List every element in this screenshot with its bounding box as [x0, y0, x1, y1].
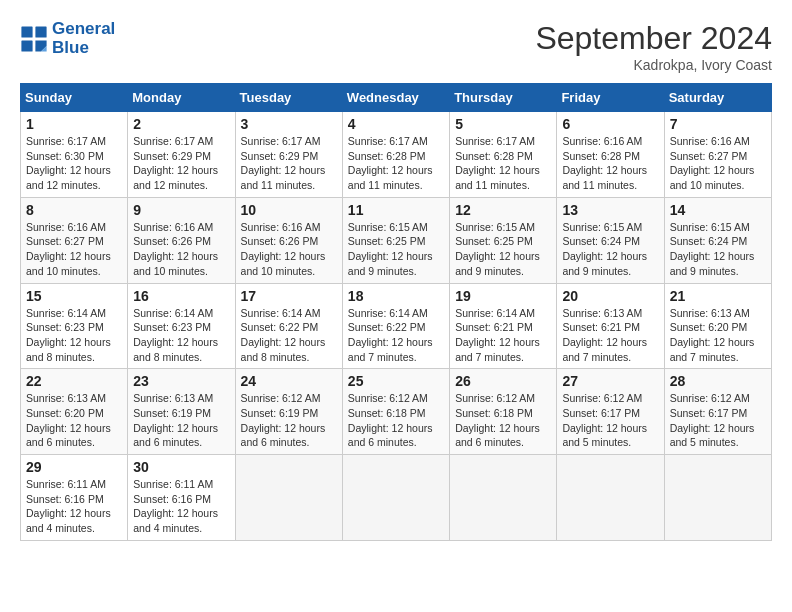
calendar-cell [342, 455, 449, 541]
calendar-cell [664, 455, 771, 541]
svg-rect-2 [21, 40, 32, 51]
sunrise-label: Sunrise: 6:11 AM [133, 478, 213, 490]
calendar-cell: 7 Sunrise: 6:16 AM Sunset: 6:27 PM Dayli… [664, 112, 771, 198]
sunset-label: Sunset: 6:26 PM [133, 235, 211, 247]
calendar-cell: 12 Sunrise: 6:15 AM Sunset: 6:25 PM Dayl… [450, 197, 557, 283]
sunrise-label: Sunrise: 6:16 AM [26, 221, 106, 233]
sunset-label: Sunset: 6:24 PM [670, 235, 748, 247]
sunrise-label: Sunrise: 6:12 AM [455, 392, 535, 404]
sunrise-label: Sunrise: 6:16 AM [670, 135, 750, 147]
sunset-label: Sunset: 6:19 PM [241, 407, 319, 419]
day-info: Sunrise: 6:15 AM Sunset: 6:25 PM Dayligh… [455, 220, 551, 279]
week-row-3: 15 Sunrise: 6:14 AM Sunset: 6:23 PM Dayl… [21, 283, 772, 369]
day-number: 29 [26, 459, 122, 475]
calendar-cell: 14 Sunrise: 6:15 AM Sunset: 6:24 PM Dayl… [664, 197, 771, 283]
sunrise-label: Sunrise: 6:15 AM [562, 221, 642, 233]
sunrise-label: Sunrise: 6:12 AM [241, 392, 321, 404]
header-friday: Friday [557, 84, 664, 112]
day-info: Sunrise: 6:12 AM Sunset: 6:18 PM Dayligh… [348, 391, 444, 450]
day-info: Sunrise: 6:14 AM Sunset: 6:23 PM Dayligh… [26, 306, 122, 365]
header-saturday: Saturday [664, 84, 771, 112]
sunrise-label: Sunrise: 6:17 AM [241, 135, 321, 147]
sunrise-label: Sunrise: 6:12 AM [348, 392, 428, 404]
calendar-cell: 25 Sunrise: 6:12 AM Sunset: 6:18 PM Dayl… [342, 369, 449, 455]
daylight-label: Daylight: 12 hours and 7 minutes. [562, 336, 647, 363]
daylight-label: Daylight: 12 hours and 9 minutes. [562, 250, 647, 277]
sunset-label: Sunset: 6:18 PM [348, 407, 426, 419]
sunset-label: Sunset: 6:22 PM [241, 321, 319, 333]
daylight-label: Daylight: 12 hours and 12 minutes. [26, 164, 111, 191]
calendar-cell [235, 455, 342, 541]
calendar-title: September 2024 [535, 20, 772, 57]
day-number: 27 [562, 373, 658, 389]
calendar-cell: 9 Sunrise: 6:16 AM Sunset: 6:26 PM Dayli… [128, 197, 235, 283]
day-number: 10 [241, 202, 337, 218]
daylight-label: Daylight: 12 hours and 6 minutes. [26, 422, 111, 449]
sunrise-label: Sunrise: 6:16 AM [133, 221, 213, 233]
logo-text-line2: Blue [52, 39, 115, 58]
day-info: Sunrise: 6:12 AM Sunset: 6:19 PM Dayligh… [241, 391, 337, 450]
sunset-label: Sunset: 6:26 PM [241, 235, 319, 247]
day-info: Sunrise: 6:16 AM Sunset: 6:26 PM Dayligh… [133, 220, 229, 279]
day-info: Sunrise: 6:17 AM Sunset: 6:28 PM Dayligh… [348, 134, 444, 193]
daylight-label: Daylight: 12 hours and 9 minutes. [455, 250, 540, 277]
daylight-label: Daylight: 12 hours and 9 minutes. [348, 250, 433, 277]
day-number: 19 [455, 288, 551, 304]
day-info: Sunrise: 6:14 AM Sunset: 6:22 PM Dayligh… [348, 306, 444, 365]
daylight-label: Daylight: 12 hours and 7 minutes. [348, 336, 433, 363]
day-info: Sunrise: 6:11 AM Sunset: 6:16 PM Dayligh… [26, 477, 122, 536]
day-number: 11 [348, 202, 444, 218]
svg-rect-0 [21, 26, 32, 37]
day-info: Sunrise: 6:16 AM Sunset: 6:26 PM Dayligh… [241, 220, 337, 279]
daylight-label: Daylight: 12 hours and 12 minutes. [133, 164, 218, 191]
sunset-label: Sunset: 6:16 PM [26, 493, 104, 505]
daylight-label: Daylight: 12 hours and 11 minutes. [562, 164, 647, 191]
day-info: Sunrise: 6:15 AM Sunset: 6:25 PM Dayligh… [348, 220, 444, 279]
calendar-cell: 10 Sunrise: 6:16 AM Sunset: 6:26 PM Dayl… [235, 197, 342, 283]
daylight-label: Daylight: 12 hours and 8 minutes. [241, 336, 326, 363]
daylight-label: Daylight: 12 hours and 7 minutes. [455, 336, 540, 363]
day-info: Sunrise: 6:14 AM Sunset: 6:22 PM Dayligh… [241, 306, 337, 365]
logo: General Blue [20, 20, 115, 57]
sunrise-label: Sunrise: 6:11 AM [26, 478, 106, 490]
daylight-label: Daylight: 12 hours and 10 minutes. [241, 250, 326, 277]
daylight-label: Daylight: 12 hours and 6 minutes. [241, 422, 326, 449]
day-number: 15 [26, 288, 122, 304]
day-number: 28 [670, 373, 766, 389]
sunset-label: Sunset: 6:28 PM [455, 150, 533, 162]
sunrise-label: Sunrise: 6:17 AM [133, 135, 213, 147]
calendar-body: 1 Sunrise: 6:17 AM Sunset: 6:30 PM Dayli… [21, 112, 772, 541]
daylight-label: Daylight: 12 hours and 5 minutes. [562, 422, 647, 449]
sunset-label: Sunset: 6:17 PM [562, 407, 640, 419]
sunrise-label: Sunrise: 6:16 AM [241, 221, 321, 233]
day-info: Sunrise: 6:12 AM Sunset: 6:18 PM Dayligh… [455, 391, 551, 450]
daylight-label: Daylight: 12 hours and 9 minutes. [670, 250, 755, 277]
day-number: 13 [562, 202, 658, 218]
calendar-cell: 3 Sunrise: 6:17 AM Sunset: 6:29 PM Dayli… [235, 112, 342, 198]
day-number: 22 [26, 373, 122, 389]
sunset-label: Sunset: 6:16 PM [133, 493, 211, 505]
week-row-4: 22 Sunrise: 6:13 AM Sunset: 6:20 PM Dayl… [21, 369, 772, 455]
day-number: 7 [670, 116, 766, 132]
calendar-cell: 6 Sunrise: 6:16 AM Sunset: 6:28 PM Dayli… [557, 112, 664, 198]
calendar-cell [557, 455, 664, 541]
calendar-cell: 28 Sunrise: 6:12 AM Sunset: 6:17 PM Dayl… [664, 369, 771, 455]
calendar-cell: 20 Sunrise: 6:13 AM Sunset: 6:21 PM Dayl… [557, 283, 664, 369]
day-info: Sunrise: 6:14 AM Sunset: 6:23 PM Dayligh… [133, 306, 229, 365]
day-info: Sunrise: 6:17 AM Sunset: 6:29 PM Dayligh… [133, 134, 229, 193]
week-row-5: 29 Sunrise: 6:11 AM Sunset: 6:16 PM Dayl… [21, 455, 772, 541]
calendar-cell: 2 Sunrise: 6:17 AM Sunset: 6:29 PM Dayli… [128, 112, 235, 198]
day-number: 6 [562, 116, 658, 132]
calendar-cell: 30 Sunrise: 6:11 AM Sunset: 6:16 PM Dayl… [128, 455, 235, 541]
day-info: Sunrise: 6:13 AM Sunset: 6:21 PM Dayligh… [562, 306, 658, 365]
day-number: 18 [348, 288, 444, 304]
header-tuesday: Tuesday [235, 84, 342, 112]
sunset-label: Sunset: 6:25 PM [348, 235, 426, 247]
daylight-label: Daylight: 12 hours and 10 minutes. [133, 250, 218, 277]
day-info: Sunrise: 6:16 AM Sunset: 6:27 PM Dayligh… [670, 134, 766, 193]
day-number: 9 [133, 202, 229, 218]
calendar-cell: 18 Sunrise: 6:14 AM Sunset: 6:22 PM Dayl… [342, 283, 449, 369]
logo-icon [20, 25, 48, 53]
calendar-header: Sunday Monday Tuesday Wednesday Thursday… [21, 84, 772, 112]
header-row: Sunday Monday Tuesday Wednesday Thursday… [21, 84, 772, 112]
